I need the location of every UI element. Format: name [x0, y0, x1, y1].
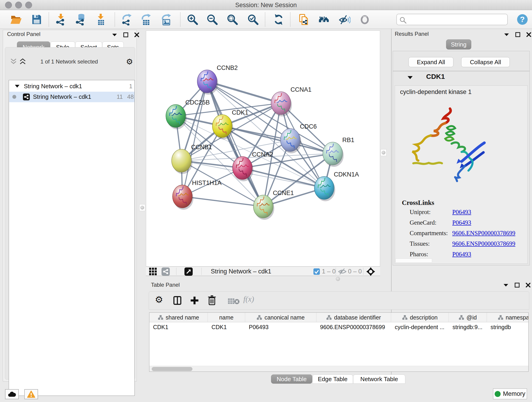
- add-column-icon[interactable]: [189, 295, 200, 306]
- crosslink-link[interactable]: P06493: [452, 251, 471, 258]
- expand-all-button[interactable]: Expand All: [409, 57, 453, 67]
- memory-button[interactable]: Memory: [493, 389, 527, 399]
- panel-menu-icon[interactable]: [503, 283, 509, 287]
- home-icon[interactable]: [318, 13, 330, 26]
- column-header-namespace[interactable]: namespace: [487, 313, 529, 322]
- network-node-CDK1[interactable]: [212, 115, 233, 139]
- grid-icon[interactable]: [149, 268, 157, 275]
- table-cell[interactable]: CDK1: [149, 322, 208, 332]
- crosslink-link[interactable]: 9606.ENSP00000378699: [452, 240, 515, 247]
- import-database-icon[interactable]: [75, 13, 87, 26]
- table-scrollbar-thumb[interactable]: [152, 367, 192, 371]
- close-panel-icon[interactable]: [526, 32, 531, 37]
- crosslink-link[interactable]: P06493: [452, 209, 471, 216]
- warning-button[interactable]: [24, 389, 38, 399]
- right-splitter-handle[interactable]: [380, 149, 386, 156]
- import-network-icon[interactable]: [55, 13, 67, 26]
- crosslink-link[interactable]: 9606.ENSP00000378699: [452, 230, 515, 237]
- horizontal-splitter-handle[interactable]: [336, 277, 340, 281]
- network-canvas[interactable]: CCNB2CCNA1CDC25BCDK1CDC6RB1CCNB1CCNA2CDK…: [146, 31, 380, 267]
- crosslink-link[interactable]: P06493: [452, 219, 471, 226]
- network-node-HIST1H1A[interactable]: [172, 185, 193, 210]
- delete-icon[interactable]: [207, 295, 217, 306]
- network-edge[interactable]: [182, 81, 207, 196]
- tab-node-table[interactable]: Node Table: [271, 375, 312, 384]
- tab-network-table[interactable]: Network Table: [353, 375, 405, 384]
- share-network-icon[interactable]: [162, 268, 170, 276]
- table-cell[interactable]: P06493: [245, 322, 317, 332]
- node-label: CCNE1: [273, 190, 294, 196]
- network-edge[interactable]: [222, 126, 333, 153]
- close-panel-icon[interactable]: [134, 32, 139, 37]
- float-panel-icon[interactable]: [515, 283, 520, 288]
- table-cell[interactable]: stringdb: [487, 322, 529, 332]
- network-edge[interactable]: [182, 196, 263, 206]
- show-panel-icon[interactable]: [359, 13, 371, 26]
- collapse-all-icon[interactable]: [10, 58, 17, 64]
- network-node-CCNA1[interactable]: [271, 92, 292, 116]
- panel-menu-icon[interactable]: [112, 33, 117, 37]
- column-header-id[interactable]: @id: [449, 313, 487, 322]
- export-image-icon[interactable]: [160, 13, 172, 26]
- close-panel-icon[interactable]: [526, 283, 531, 288]
- tab-edge-table[interactable]: Edge Table: [312, 375, 353, 384]
- collapse-all-button[interactable]: Collapse All: [461, 57, 510, 67]
- network-node-CCNB2[interactable]: [197, 70, 218, 95]
- gear-icon[interactable]: ⚙: [126, 57, 133, 66]
- network-edge[interactable]: [207, 81, 281, 103]
- results-scrollbar[interactable]: [395, 259, 432, 263]
- table-cell[interactable]: stringdb:9...: [449, 322, 487, 332]
- columns-icon[interactable]: [172, 295, 183, 306]
- checkbox-icon[interactable]: [313, 268, 320, 275]
- network-node-CDC6[interactable]: [280, 128, 301, 153]
- left-splitter-handle[interactable]: [139, 204, 145, 211]
- tree-expand-icon[interactable]: [15, 84, 20, 88]
- node-table[interactable]: shared namenamecanonical namedatabase id…: [149, 313, 529, 372]
- table-header-row: shared namenamecanonical namedatabase id…: [149, 313, 529, 322]
- zoom-selected-icon[interactable]: [247, 13, 259, 26]
- search-input[interactable]: [396, 14, 508, 25]
- float-panel-icon[interactable]: [515, 32, 520, 37]
- expand-all-icon[interactable]: [19, 58, 26, 64]
- network-node-RB1[interactable]: [323, 142, 344, 167]
- network-collection-row[interactable]: String Network – cdk1 1: [9, 81, 134, 92]
- save-session-icon[interactable]: [31, 13, 43, 26]
- tab-string[interactable]: String: [446, 39, 471, 50]
- table-cell[interactable]: cyclin-dependent ...: [391, 322, 449, 332]
- panel-menu-icon[interactable]: [504, 32, 509, 37]
- export-table-icon[interactable]: [140, 13, 152, 26]
- column-header-sharedname[interactable]: shared name: [149, 313, 208, 322]
- column-header-name[interactable]: name: [208, 313, 245, 322]
- network-edge[interactable]: [207, 81, 263, 206]
- column-type-icon: [459, 315, 464, 320]
- node-label: CCNA1: [291, 86, 312, 93]
- import-table-icon[interactable]: [95, 13, 107, 26]
- network-row-selected[interactable]: String Network – cdk1 11 48: [9, 92, 134, 102]
- zoom-in-icon[interactable]: [186, 13, 198, 26]
- export-network-icon[interactable]: [121, 13, 133, 26]
- table-scrollbar[interactable]: [149, 366, 528, 372]
- column-header-description[interactable]: description: [391, 313, 449, 322]
- table-cell[interactable]: 9606.ENSP00000378699: [317, 322, 391, 332]
- refresh-icon[interactable]: [273, 13, 285, 26]
- network-node-CDC25B[interactable]: [166, 104, 187, 129]
- crosshair-icon[interactable]: [366, 267, 375, 276]
- cloud-button[interactable]: [5, 389, 19, 399]
- open-session-icon[interactable]: [10, 13, 22, 26]
- table-cell[interactable]: CDK1: [208, 322, 245, 332]
- table-row[interactable]: CDK1CDK1P064939606.ENSP00000378699cyclin…: [149, 322, 529, 332]
- column-header-canonicalname[interactable]: canonical name: [245, 313, 317, 322]
- entry-collapse-icon[interactable]: [407, 75, 413, 80]
- network-node-CDKN1A[interactable]: [314, 177, 335, 201]
- zoom-fit-icon[interactable]: [226, 13, 238, 26]
- hide-panel-icon[interactable]: [339, 13, 351, 26]
- help-icon[interactable]: ?: [516, 13, 528, 26]
- float-panel-icon[interactable]: [123, 32, 128, 37]
- column-header-databaseidentifier[interactable]: database identifier: [317, 313, 391, 322]
- network-node-CCNE1[interactable]: [253, 195, 274, 220]
- gear-icon[interactable]: ⚙: [155, 294, 163, 305]
- birdseye-icon[interactable]: [184, 268, 193, 276]
- node-label: RB1: [342, 137, 355, 143]
- zoom-out-icon[interactable]: [206, 13, 218, 26]
- clone-network-icon[interactable]: [298, 13, 310, 26]
